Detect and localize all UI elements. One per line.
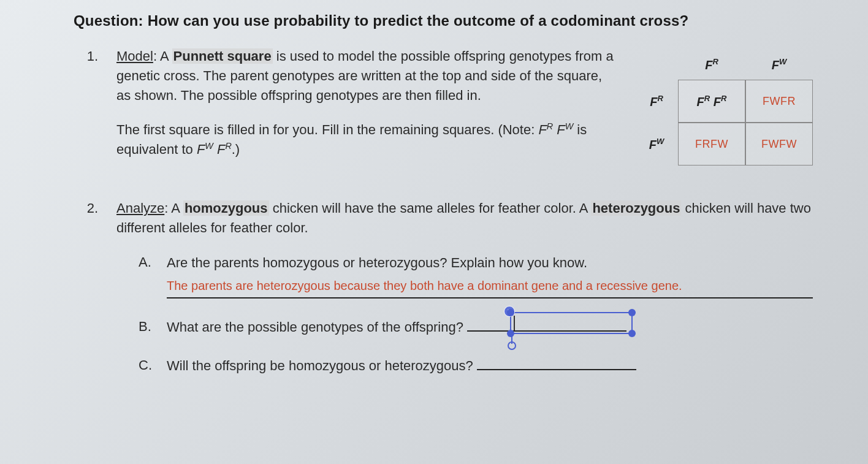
question-2: 2. Analyze: A homozygous chicken will ha… <box>74 199 813 394</box>
q1-heading: Model <box>116 48 153 64</box>
punnett-row-1: FR <box>650 94 663 109</box>
q1-body: Model: A Punnett square is used to model… <box>116 47 617 174</box>
q2-para: Analyze: A homozygous chicken will have … <box>116 199 813 238</box>
q1-number: 1. <box>74 47 98 66</box>
genotype-frfw: FR FW <box>538 122 573 137</box>
q2-heading: Analyze <box>116 200 164 216</box>
punnett-cell-1-2[interactable]: FWFR <box>745 80 813 123</box>
q1-para2: The first square is filled in for you. F… <box>116 120 617 159</box>
genotype-fwfr: FW FR <box>197 142 232 157</box>
question-1: 1. Model: A Punnett square is used to mo… <box>74 47 813 174</box>
sub-a-prompt: Are the parents homozygous or heterozygo… <box>167 255 587 270</box>
punnett-col-2: FW <box>772 57 787 72</box>
sub-question-list: A. Are the parents homozygous or heteroz… <box>116 253 813 376</box>
text-box-selection[interactable]: × <box>510 312 633 334</box>
sub-a-answer[interactable]: The parents are heterozygous because the… <box>167 276 813 295</box>
answer-blank[interactable] <box>477 357 636 370</box>
term-heterozygous: heterozygous <box>591 200 681 216</box>
punnett-cell-2-2[interactable]: FWFW <box>745 123 813 165</box>
resize-handle[interactable] <box>628 309 636 316</box>
term-homozygous: homozygous <box>183 200 269 216</box>
sub-b-prompt: What are the possible genotypes of the o… <box>167 319 463 335</box>
punnett-row-2: FW <box>649 137 664 152</box>
punnett-square: FR FW FR FR FR FWFR FW FRFW FWFW <box>635 47 813 165</box>
resize-handle[interactable] <box>507 309 514 316</box>
worksheet-page: Question: How can you use probability to… <box>0 0 868 414</box>
text-caret <box>514 316 515 330</box>
sub-question-a: A. Are the parents homozygous or heteroz… <box>139 253 813 299</box>
rotate-handle[interactable] <box>508 341 516 350</box>
sub-question-c: C. Will the offspring be homozygous or h… <box>139 356 813 376</box>
sub-question-b: B. What are the possible genotypes of th… <box>139 317 813 337</box>
q2-body: Analyze: A homozygous chicken will have … <box>116 199 813 394</box>
answer-line <box>167 297 813 299</box>
resize-handle[interactable] <box>628 330 636 337</box>
question-title: Question: How can you use probability to… <box>74 12 813 29</box>
punnett-cell-2-1[interactable]: FRFW <box>678 123 745 165</box>
sub-c-prompt: Will the offspring be homozygous or hete… <box>167 358 473 373</box>
q2-number: 2. <box>74 199 98 218</box>
q1-para1: Model: A Punnett square is used to model… <box>116 47 617 105</box>
punnett-cell-1-1[interactable]: FR FR <box>678 80 745 123</box>
term-punnett-square: Punnett square <box>172 48 273 64</box>
resize-handle[interactable] <box>507 330 514 337</box>
punnett-col-1: FR <box>705 57 718 72</box>
